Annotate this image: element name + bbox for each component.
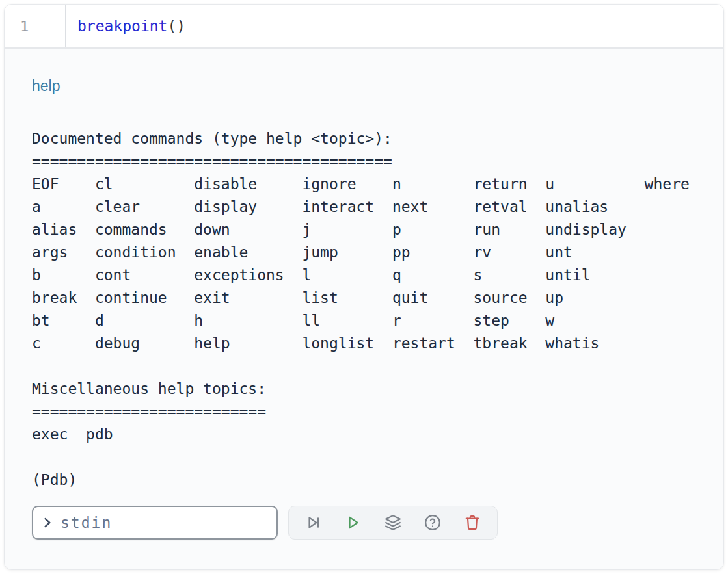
help-icon xyxy=(424,514,441,531)
line-number-gutter: 1 xyxy=(5,5,66,47)
step-forward-icon xyxy=(305,514,322,531)
run-button[interactable] xyxy=(344,514,362,532)
trash-icon xyxy=(464,514,481,531)
echoed-user-input: help xyxy=(32,77,696,95)
prompt-chevron-icon xyxy=(41,516,54,529)
line-number: 1 xyxy=(20,18,29,34)
stdin-input[interactable] xyxy=(61,514,269,531)
code-runner-card: 1 breakpoint() help Documented commands … xyxy=(4,4,724,570)
toolbar xyxy=(288,506,498,540)
clear-button[interactable] xyxy=(463,514,481,532)
stdin-input-box[interactable] xyxy=(32,506,278,540)
run-icon xyxy=(345,514,362,531)
help-button[interactable] xyxy=(424,514,442,532)
console-output-area: help Documented commands (type help <top… xyxy=(5,77,723,540)
code-line[interactable]: breakpoint() xyxy=(66,5,185,47)
console-controls xyxy=(32,506,696,540)
code-token-punctuation: () xyxy=(167,18,185,34)
code-editor[interactable]: 1 breakpoint() xyxy=(5,5,723,49)
code-token-builtin: breakpoint xyxy=(77,18,167,34)
program-output: Documented commands (type help <topic>):… xyxy=(32,127,696,491)
layers-icon xyxy=(384,514,401,531)
stack-frames-button[interactable] xyxy=(384,514,402,532)
step-forward-button[interactable] xyxy=(304,514,323,532)
